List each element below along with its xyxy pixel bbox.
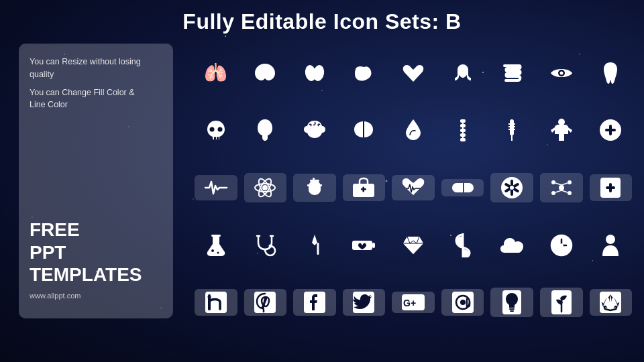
icon-row-4 bbox=[195, 219, 632, 272]
resize-text: You can Resize without losing quality bbox=[30, 56, 162, 81]
icon-spine bbox=[441, 118, 484, 142]
icon-heartbeat bbox=[392, 175, 435, 200]
icon-facebook bbox=[293, 289, 336, 316]
icon-kidney bbox=[293, 61, 336, 85]
icon-body-anatomy bbox=[540, 118, 583, 142]
svg-point-4 bbox=[209, 127, 214, 132]
page-title: Fully Editable Icon Sets: B bbox=[0, 9, 644, 34]
icon-plus-circle bbox=[590, 118, 633, 142]
svg-rect-35 bbox=[363, 186, 365, 192]
icons-area: 🫁 bbox=[195, 47, 632, 328]
svg-rect-62 bbox=[317, 243, 319, 255]
svg-line-49 bbox=[555, 183, 561, 185]
icon-lungs: 🫁 bbox=[195, 62, 237, 84]
svg-line-50 bbox=[561, 183, 568, 185]
line-color-text: Line Color bbox=[30, 99, 162, 111]
icon-eye bbox=[540, 66, 583, 80]
icon-row-5: G+ bbox=[195, 276, 632, 328]
svg-rect-17 bbox=[462, 135, 464, 138]
icon-row-2 bbox=[195, 105, 632, 157]
svg-point-46 bbox=[568, 180, 572, 184]
icon-uterus bbox=[441, 62, 484, 84]
svg-rect-20 bbox=[508, 126, 515, 127]
svg-rect-84 bbox=[510, 310, 514, 312]
icon-linkedin bbox=[195, 289, 237, 316]
icon-google-plus: G+ bbox=[392, 292, 435, 313]
svg-point-81 bbox=[460, 300, 466, 305]
website-label: www.allppt.com bbox=[30, 292, 162, 300]
icon-tooth bbox=[590, 61, 633, 85]
svg-point-47 bbox=[551, 191, 555, 195]
icon-clock bbox=[540, 234, 583, 257]
svg-point-43 bbox=[510, 186, 514, 190]
icon-ecg bbox=[195, 175, 237, 200]
icon-scalpel bbox=[293, 233, 336, 257]
svg-rect-14 bbox=[462, 121, 464, 124]
fill-text: You can Change Fill Color & bbox=[30, 86, 162, 99]
svg-point-44 bbox=[559, 185, 564, 190]
icon-pill bbox=[441, 179, 484, 196]
icon-intestine bbox=[490, 62, 533, 84]
svg-rect-21 bbox=[508, 129, 515, 130]
icon-stomach bbox=[343, 62, 386, 84]
icon-dollar bbox=[441, 233, 484, 257]
svg-rect-38 bbox=[452, 183, 463, 192]
svg-rect-16 bbox=[462, 131, 464, 133]
icon-diamond bbox=[392, 235, 435, 255]
svg-point-71 bbox=[606, 235, 615, 244]
svg-rect-55 bbox=[609, 183, 612, 192]
panel-top-text: You can Resize without losing quality Yo… bbox=[30, 56, 162, 111]
icon-recycle bbox=[590, 289, 633, 316]
panel-bottom: FREEPPTTEMPLATES www.allppt.com bbox=[30, 219, 162, 306]
svg-point-73 bbox=[207, 296, 211, 299]
svg-point-70 bbox=[560, 244, 562, 246]
icon-medical-bag bbox=[343, 174, 386, 201]
icon-row-1: 🫁 bbox=[195, 47, 632, 99]
icon-cloud-medical bbox=[490, 235, 533, 255]
icon-twitter bbox=[343, 289, 386, 316]
icon-email-at bbox=[441, 289, 484, 316]
icon-lightbulb bbox=[490, 288, 533, 317]
icon-flask bbox=[195, 233, 237, 257]
svg-point-22 bbox=[558, 119, 565, 125]
icon-brain bbox=[343, 120, 386, 140]
icon-brain-active bbox=[293, 119, 336, 141]
svg-rect-15 bbox=[462, 126, 464, 129]
icon-syringe-small bbox=[490, 118, 533, 142]
icon-liver bbox=[244, 62, 287, 84]
svg-rect-25 bbox=[609, 125, 612, 135]
svg-rect-13 bbox=[460, 138, 466, 141]
svg-point-45 bbox=[551, 180, 555, 184]
icon-asterisk bbox=[490, 173, 533, 202]
icon-skull bbox=[195, 119, 237, 141]
icon-head-profile bbox=[244, 118, 287, 142]
icon-pinterest bbox=[244, 289, 287, 316]
icon-mortar bbox=[293, 174, 336, 202]
svg-rect-7 bbox=[217, 137, 219, 139]
free-ppt-label: FREEPPTTEMPLATES bbox=[30, 219, 162, 286]
svg-rect-83 bbox=[509, 308, 515, 310]
svg-point-59 bbox=[269, 244, 272, 247]
icon-molecule bbox=[540, 173, 583, 202]
icon-plus-box bbox=[590, 174, 633, 201]
svg-rect-56 bbox=[211, 235, 221, 237]
icon-plant bbox=[540, 288, 583, 317]
icon-heart bbox=[392, 63, 435, 83]
icon-blood-drop bbox=[392, 118, 435, 142]
svg-point-57 bbox=[211, 249, 214, 252]
svg-rect-32 bbox=[310, 180, 319, 182]
svg-rect-6 bbox=[214, 137, 216, 139]
svg-line-51 bbox=[555, 190, 561, 192]
icon-atom bbox=[244, 173, 287, 202]
svg-rect-37 bbox=[463, 183, 464, 192]
svg-rect-30 bbox=[307, 184, 322, 186]
svg-text:G+: G+ bbox=[403, 298, 416, 308]
icon-battery-heart bbox=[343, 238, 386, 253]
icon-stethoscope bbox=[244, 233, 287, 257]
svg-point-58 bbox=[217, 251, 219, 253]
svg-point-26 bbox=[263, 186, 267, 190]
icon-person-silhouette bbox=[590, 233, 633, 257]
svg-point-48 bbox=[568, 191, 572, 195]
icon-row-3 bbox=[195, 162, 632, 214]
svg-point-5 bbox=[217, 127, 222, 132]
